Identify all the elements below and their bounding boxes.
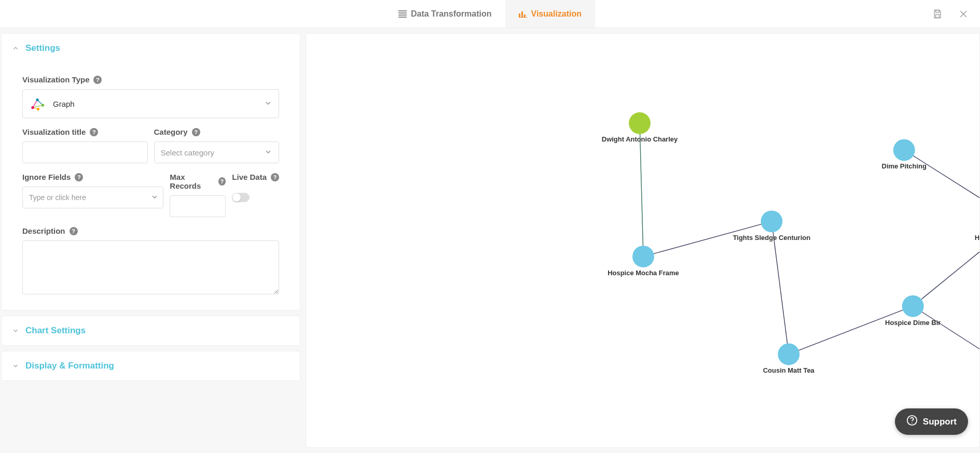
- help-icon[interactable]: ?: [271, 173, 279, 181]
- label-category: Category ?: [154, 128, 280, 136]
- graph-node-label: Dime Pitching: [882, 162, 927, 170]
- graph-canvas[interactable]: Dwight Antonio CharleyHospice Mocha Fram…: [306, 34, 979, 447]
- max-records-input-wrap: [170, 195, 226, 217]
- svg-rect-4: [519, 13, 520, 18]
- svg-point-16: [31, 106, 34, 109]
- tab-data-transformation[interactable]: Data Transformation: [385, 0, 505, 27]
- topbar-actions: [930, 0, 971, 27]
- chevron-down-icon: [12, 362, 19, 370]
- section-settings-header[interactable]: Settings: [2, 34, 300, 63]
- chevron-down-icon: [264, 99, 272, 109]
- graph-node[interactable]: Cousin Matt Tea: [763, 344, 815, 375]
- visualization-title-input[interactable]: [29, 148, 141, 157]
- svg-point-24: [893, 139, 915, 161]
- graph-node[interactable]: Hospice Loyalty Congress: [975, 210, 979, 242]
- tab-label: Data Transformation: [411, 9, 492, 19]
- help-circle-icon: [906, 415, 918, 429]
- svg-point-17: [36, 98, 38, 101]
- ignore-fields-select[interactable]: [22, 187, 163, 208]
- svg-point-30: [912, 422, 913, 423]
- label-visualization-type: Visualization Type ?: [22, 75, 279, 84]
- tab-visualization[interactable]: Visualization: [505, 0, 596, 27]
- graph-node-label: Hospice Mocha Frame: [608, 269, 679, 277]
- visualization-type-select[interactable]: Graph: [22, 89, 279, 118]
- graph-edge: [789, 306, 913, 355]
- graph-node-label: Cousin Matt Tea: [763, 366, 815, 374]
- svg-rect-7: [519, 17, 527, 18]
- label-visualization-title: Visualization title ?: [22, 128, 148, 136]
- svg-point-22: [761, 210, 782, 232]
- chevron-down-icon: [264, 148, 272, 158]
- svg-point-21: [632, 246, 654, 267]
- help-icon[interactable]: ?: [75, 173, 83, 181]
- help-icon[interactable]: ?: [70, 227, 78, 235]
- svg-rect-1: [398, 12, 407, 13]
- chevron-down-icon: [150, 193, 159, 203]
- svg-point-20: [629, 112, 651, 134]
- help-icon[interactable]: ?: [90, 128, 98, 136]
- graph-node[interactable]: Hospice Dime Bir: [885, 295, 941, 327]
- chevron-down-icon: [12, 327, 19, 334]
- graph-node[interactable]: Tights Sledge Centurion: [733, 210, 811, 242]
- top-bar: Data Transformation Visualization: [0, 0, 980, 28]
- svg-point-18: [42, 104, 44, 106]
- svg-rect-5: [521, 11, 523, 18]
- left-panel: Settings Visualization Type ?: [1, 33, 300, 448]
- section-title: Display & Formatting: [25, 361, 114, 371]
- category-select[interactable]: Select category: [154, 141, 280, 163]
- help-icon[interactable]: ?: [93, 76, 102, 84]
- category-placeholder: Select category: [161, 148, 214, 157]
- svg-rect-9: [936, 14, 940, 18]
- label-ignore-fields: Ignore Fields ?: [22, 173, 163, 181]
- section-settings-body: Visualization Type ?: [2, 63, 300, 310]
- svg-rect-2: [398, 15, 407, 16]
- save-button[interactable]: [930, 7, 945, 21]
- support-button[interactable]: Support: [895, 408, 968, 435]
- section-chart-settings-header[interactable]: Chart Settings: [2, 316, 300, 345]
- svg-point-25: [902, 295, 924, 317]
- section-settings: Settings Visualization Type ?: [1, 33, 300, 310]
- max-records-input[interactable]: [176, 202, 219, 210]
- description-textarea[interactable]: [22, 240, 279, 294]
- support-label: Support: [923, 417, 957, 427]
- table-icon: [398, 10, 407, 18]
- help-icon[interactable]: ?: [218, 177, 226, 186]
- section-chart-settings: Chart Settings: [1, 316, 300, 346]
- svg-rect-0: [398, 10, 407, 11]
- tabs: Data Transformation Visualization: [385, 0, 595, 27]
- graph-edge: [904, 150, 979, 221]
- visualization-type-value: Graph: [53, 100, 75, 108]
- visualization-title-input-wrap: [22, 141, 148, 163]
- section-display-formatting-header[interactable]: Display & Formatting: [2, 351, 300, 380]
- graph-network-icon: [29, 95, 46, 112]
- svg-point-23: [778, 344, 799, 365]
- close-button[interactable]: [956, 7, 971, 21]
- bar-chart-icon: [519, 10, 527, 18]
- graph-node[interactable]: Dwight Antonio Charley: [602, 112, 678, 144]
- graph-panel: Dwight Antonio CharleyHospice Mocha Fram…: [306, 33, 980, 448]
- svg-rect-3: [398, 17, 407, 18]
- help-icon[interactable]: ?: [192, 128, 200, 136]
- section-display-formatting: Display & Formatting: [1, 351, 300, 381]
- label-description: Description ?: [22, 227, 279, 235]
- graph-node[interactable]: Hospice Mocha Frame: [608, 246, 679, 277]
- graph-node-label: Tights Sledge Centurion: [733, 234, 811, 242]
- graph-node-label: Dwight Antonio Charley: [602, 135, 678, 143]
- live-data-toggle[interactable]: [232, 193, 250, 202]
- graph-node[interactable]: Dime Pitching: [882, 139, 927, 170]
- ignore-fields-input[interactable]: [29, 193, 144, 202]
- main: Settings Visualization Type ?: [0, 28, 980, 453]
- graph-edge: [913, 221, 979, 306]
- svg-rect-8: [936, 10, 940, 12]
- section-title: Settings: [25, 43, 60, 53]
- label-max-records: Max Records ?: [170, 173, 226, 190]
- graph-node-label: Hospice Dime Bir: [885, 319, 941, 327]
- svg-point-19: [37, 108, 39, 110]
- tab-label: Visualization: [531, 9, 582, 19]
- graph-node-label: Hospice Loyalty Congress: [975, 234, 979, 242]
- chevron-up-icon: [12, 45, 19, 52]
- section-title: Chart Settings: [25, 325, 86, 336]
- label-live-data: Live Data ?: [232, 173, 279, 181]
- toggle-knob: [232, 193, 241, 202]
- graph-edge: [913, 306, 979, 378]
